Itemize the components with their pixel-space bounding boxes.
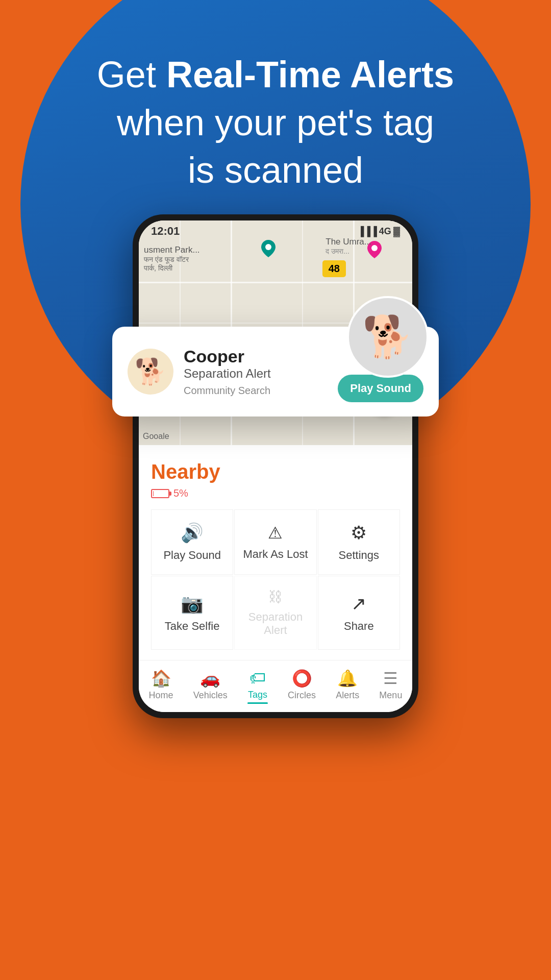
network-type: 4G bbox=[379, 226, 391, 237]
nav-menu[interactable]: ☰ Menu bbox=[371, 667, 410, 706]
nav-home[interactable]: 🏠 Home bbox=[141, 667, 182, 706]
menu-icon: ☰ bbox=[383, 669, 398, 688]
nearby-title: Nearby bbox=[151, 460, 400, 483]
share-label: Share bbox=[344, 620, 374, 633]
settings-label: Settings bbox=[339, 549, 380, 562]
action-grid: 🔊 Play Sound ⚠ Mark As Lost ⚙ Settings 📷… bbox=[151, 509, 400, 650]
circles-icon: ⭕ bbox=[292, 669, 312, 688]
phone-screen: 12:01 ▐▐▐ 4G ▓ bbox=[139, 220, 412, 712]
separation-alert-label: Separation Alert bbox=[241, 610, 310, 637]
mark-lost-icon: ⚠ bbox=[268, 523, 283, 543]
signal-icon: ▐▐▐ bbox=[358, 226, 377, 237]
play-sound-label: Play Sound bbox=[163, 549, 221, 562]
vehicles-icon: 🚗 bbox=[200, 669, 220, 688]
action-play-sound[interactable]: 🔊 Play Sound bbox=[151, 509, 233, 575]
action-selfie[interactable]: 📷 Take Selfie bbox=[151, 576, 233, 650]
header-line3: is scanned bbox=[188, 150, 363, 190]
battery-fill bbox=[153, 491, 154, 496]
pet-avatar-small: 🐕 bbox=[128, 349, 173, 395]
phone-frame: 12:01 ▐▐▐ 4G ▓ bbox=[133, 214, 418, 718]
settings-icon: ⚙ bbox=[350, 522, 367, 544]
notification-alert-type: Separation Alert bbox=[184, 366, 328, 381]
notification-community: Community Search bbox=[184, 385, 328, 397]
action-separation-alert[interactable]: ⛓ Separation Alert bbox=[234, 576, 316, 650]
header-title: Get Real-Time Alerts when your pet's tag… bbox=[41, 51, 510, 194]
battery-icon-status: ▓ bbox=[393, 226, 400, 237]
map-umrao-hindi: द उमरा... bbox=[325, 247, 371, 256]
tags-underline bbox=[247, 702, 268, 704]
header-section: Get Real-Time Alerts when your pet's tag… bbox=[0, 51, 551, 194]
status-bar: 12:01 ▐▐▐ 4G ▓ bbox=[139, 220, 412, 242]
action-mark-lost[interactable]: ⚠ Mark As Lost bbox=[234, 509, 316, 575]
status-icons: ▐▐▐ 4G ▓ bbox=[358, 226, 400, 237]
map-park-text: usment Park... bbox=[144, 245, 200, 255]
battery-icon-display bbox=[151, 489, 169, 498]
selfie-label: Take Selfie bbox=[165, 620, 220, 633]
pet-emoji: 🐕 bbox=[135, 357, 166, 386]
nav-circles[interactable]: ⭕ Circles bbox=[280, 667, 324, 706]
separation-alert-icon: ⛓ bbox=[268, 589, 283, 605]
map-pin-teal bbox=[261, 240, 276, 259]
share-icon: ↗ bbox=[351, 593, 366, 615]
battery-indicator: 5% bbox=[151, 487, 400, 499]
action-share[interactable]: ↗ Share bbox=[318, 576, 400, 650]
play-sound-button[interactable]: Play Sound bbox=[338, 375, 423, 402]
notification-pet-name: Cooper bbox=[184, 347, 328, 366]
action-settings[interactable]: ⚙ Settings bbox=[318, 509, 400, 575]
svg-point-0 bbox=[371, 245, 378, 251]
vehicles-label: Vehicles bbox=[193, 690, 228, 701]
nearby-section: Nearby 5% 🔊 Play Sound ⚠ Mark As Los bbox=[139, 445, 412, 660]
status-time: 12:01 bbox=[151, 225, 180, 238]
map-park-hindi2: पार्क, दिल्ली bbox=[144, 264, 200, 273]
menu-label: Menu bbox=[379, 690, 402, 701]
tags-icon: 🏷 bbox=[249, 669, 266, 688]
google-logo: Gooale bbox=[143, 432, 169, 441]
dog-photo-circle: 🐕 bbox=[347, 296, 429, 378]
nav-tags[interactable]: 🏷 Tags bbox=[239, 667, 276, 706]
phone-container: 12:01 ▐▐▐ 4G ▓ bbox=[133, 214, 418, 718]
alerts-icon: 🔔 bbox=[337, 669, 358, 688]
mark-lost-label: Mark As Lost bbox=[243, 548, 308, 561]
notification-content: Cooper Separation Alert Community Search bbox=[184, 347, 328, 397]
header-line2: when your pet's tag bbox=[117, 102, 434, 143]
selfie-icon: 📷 bbox=[181, 593, 204, 615]
map-park-hindi1: फन एंड फूड वॉटर bbox=[144, 255, 200, 264]
nav-vehicles[interactable]: 🚗 Vehicles bbox=[185, 667, 236, 706]
alerts-label: Alerts bbox=[336, 690, 359, 701]
battery-percent: 5% bbox=[173, 487, 188, 499]
bottom-nav: 🏠 Home 🚗 Vehicles 🏷 Tags ⭕ Circles bbox=[139, 660, 412, 712]
tags-label: Tags bbox=[248, 690, 267, 700]
nav-alerts[interactable]: 🔔 Alerts bbox=[328, 667, 367, 706]
play-sound-icon: 🔊 bbox=[181, 522, 204, 544]
svg-point-1 bbox=[265, 244, 271, 250]
map-label-park: usment Park... फन एंड फूड वॉटर पार्क, दि… bbox=[144, 245, 200, 273]
home-icon: 🏠 bbox=[151, 669, 171, 688]
home-label: Home bbox=[149, 690, 173, 701]
circles-label: Circles bbox=[288, 690, 316, 701]
header-text-get: Get bbox=[97, 54, 166, 95]
map-badge: 48 bbox=[322, 260, 346, 277]
header-bold: Real-Time Alerts bbox=[166, 54, 454, 95]
